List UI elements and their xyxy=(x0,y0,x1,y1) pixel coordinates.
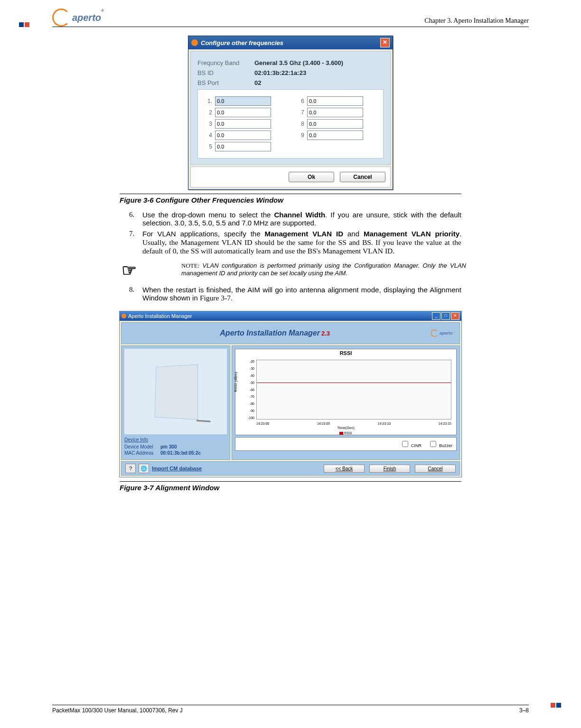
bs-port-value: 02 xyxy=(254,79,261,86)
app-icon xyxy=(191,39,198,46)
freq-input-4[interactable] xyxy=(215,131,271,140)
cancel-button[interactable]: Cancel xyxy=(340,172,385,182)
logo-text: aperto xyxy=(72,12,101,23)
globe-icon[interactable]: 🌐 xyxy=(139,464,149,473)
note-text: NOTE: VLAN configuration is performed pr… xyxy=(143,262,466,277)
step-8-text: When the restart is finished, the AIM wi… xyxy=(142,286,461,302)
figure-3-7-caption: Figure 3-7 Alignment Window xyxy=(120,484,461,492)
close-icon[interactable]: ✕ xyxy=(451,312,459,320)
step-6-text: Use the drop-down menu to select the Cha… xyxy=(142,211,461,227)
x-axis-ticks: 14:23:0014:23:0514:23:1014:23:15 xyxy=(256,422,451,425)
footer-page-number: 3–8 xyxy=(519,707,529,714)
finish-button[interactable]: Finish xyxy=(369,465,410,473)
freq-input-3[interactable] xyxy=(215,119,271,129)
freq-num-8: 8 xyxy=(298,121,304,127)
freq-num-4: 4 xyxy=(206,132,212,139)
mac-address-value: 00:01:3b:bd:05:2c xyxy=(160,450,201,456)
figure-rule xyxy=(120,194,461,194)
minimize-icon[interactable]: _ xyxy=(432,312,440,320)
window-titlebar: Configure other frequencies ✕ xyxy=(188,36,393,49)
close-icon[interactable]: ✕ xyxy=(380,38,390,47)
y-axis-label: RSSI (dBm) xyxy=(234,372,238,392)
bs-port-label: BS Port xyxy=(197,79,254,86)
aperto-logo: aperto® xyxy=(52,9,109,25)
frequency-band-label: Frequncy Band xyxy=(197,59,254,66)
rssi-series-line xyxy=(257,383,451,383)
aperto-logo-small: aperto xyxy=(431,329,453,336)
freq-num-2: 2 xyxy=(206,109,212,116)
alignment-window: Aperto Installation Manager _ □ ✕ Aperto… xyxy=(119,311,462,477)
antenna-image xyxy=(124,349,227,434)
freq-input-7[interactable] xyxy=(307,108,363,117)
step-6-num: 6. xyxy=(120,211,142,227)
back-button[interactable]: << Back xyxy=(324,465,365,473)
device-info-title: Device Info xyxy=(124,437,227,442)
decor-squares-left xyxy=(19,21,30,28)
freq-input-9[interactable] xyxy=(307,131,363,140)
footer-left: PacketMax 100/300 User Manual, 10007306,… xyxy=(52,707,183,714)
freq-num-5: 5 xyxy=(206,143,212,150)
device-model-value: pm 300 xyxy=(160,444,177,449)
pointing-hand-icon: ☞ xyxy=(115,262,143,279)
maximize-icon[interactable]: □ xyxy=(441,312,450,320)
freq-input-1[interactable] xyxy=(215,96,271,106)
help-icon[interactable]: ? xyxy=(125,464,136,473)
freq-num-6: 6 xyxy=(298,98,304,104)
freq-num-9: 9 xyxy=(298,132,304,139)
window-title: Configure other frequencies xyxy=(201,39,283,47)
mac-address-label: MAC Address xyxy=(124,450,158,456)
step-7-num: 7. xyxy=(120,230,142,255)
import-cm-link[interactable]: Import CM database xyxy=(152,466,202,471)
freq-num-3: 3 xyxy=(206,121,212,127)
page-header: aperto® Chapter 3. Aperto Installation M… xyxy=(52,9,529,25)
frequency-inputs-grid: 1. 2 3 4 5 6 7 8 9 xyxy=(197,89,384,159)
x-axis-label: Time(Sec) xyxy=(235,426,456,430)
step-8-num: 8. xyxy=(120,286,142,302)
aim-titlebar: Aperto Installation Manager _ □ ✕ xyxy=(120,311,461,321)
cinr-checkbox[interactable]: CINR xyxy=(400,443,422,448)
freq-input-2[interactable] xyxy=(215,108,271,117)
aim-banner: Aperto Installation Manager2.3 xyxy=(220,329,330,337)
step-7-text: For VLAN applications, specify the Manag… xyxy=(142,230,461,255)
freq-num-7: 7 xyxy=(298,109,304,116)
freq-input-5[interactable] xyxy=(215,142,271,151)
chart-legend: RSSI xyxy=(235,431,456,435)
header-rule xyxy=(52,27,529,27)
freq-input-8[interactable] xyxy=(307,119,363,129)
y-axis-ticks: -20-30-40-50-60-70-80-90-100 xyxy=(238,360,254,420)
decor-squares-right xyxy=(551,701,562,709)
bs-id-value: 02:01:3b:22:1a:23 xyxy=(254,69,306,76)
logo-registered: ® xyxy=(101,9,104,13)
device-model-label: Device Model xyxy=(124,444,158,449)
buzzer-checkbox[interactable]: Buzzer xyxy=(428,443,452,448)
cancel-button[interactable]: Cancel xyxy=(415,465,456,473)
figure-3-6-caption: Figure 3-6 Configure Other Frequencies W… xyxy=(120,196,461,204)
chart-panel: RSSI RSSI (dBm) -20-30-40-50-60-70-80-90… xyxy=(232,345,460,460)
bs-id-label: BS ID xyxy=(197,69,254,76)
chart-title: RSSI xyxy=(235,349,456,356)
frequency-band-value: General 3.5 Ghz (3.400 - 3.600) xyxy=(254,59,343,66)
ok-button[interactable]: Ok xyxy=(289,172,334,182)
rssi-chart: RSSI RSSI (dBm) -20-30-40-50-60-70-80-90… xyxy=(235,349,457,435)
page-footer: PacketMax 100/300 User Manual, 10007306,… xyxy=(52,702,529,714)
freq-input-6[interactable] xyxy=(307,96,363,106)
chapter-label: Chapter 3. Aperto Installation Manager xyxy=(424,17,529,25)
configure-frequencies-window: Configure other frequencies ✕ Frequncy B… xyxy=(188,36,393,190)
freq-num-1: 1. xyxy=(206,98,212,104)
device-panel: Device Info Device Model pm 300 MAC Addr… xyxy=(121,345,230,460)
aim-window-title: Aperto Installation Manager xyxy=(128,313,192,319)
figure-rule xyxy=(120,481,461,482)
app-icon xyxy=(122,314,126,318)
logo-swirl-icon xyxy=(52,9,70,27)
